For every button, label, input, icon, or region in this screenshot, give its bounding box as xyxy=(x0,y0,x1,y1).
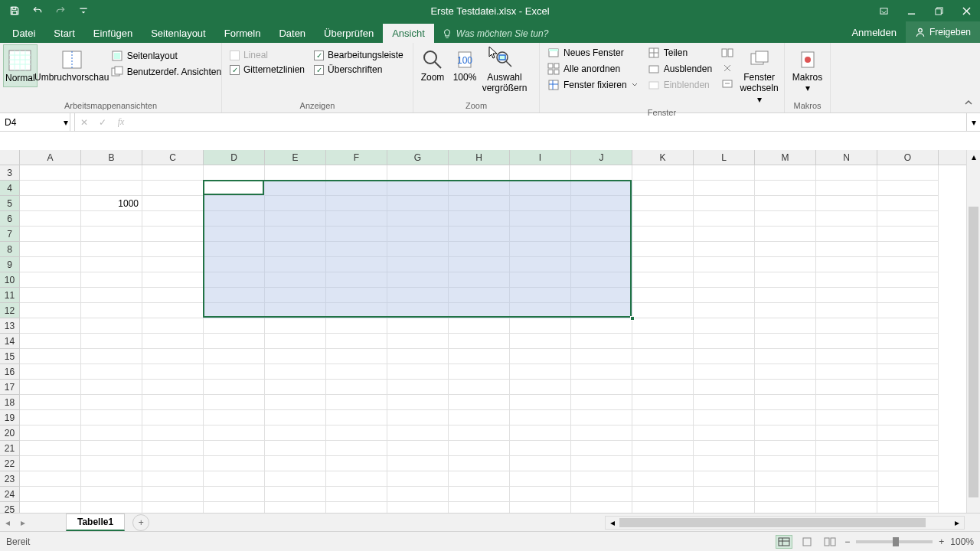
cell[interactable] xyxy=(326,165,387,181)
cell[interactable] xyxy=(694,487,755,502)
cell[interactable] xyxy=(387,181,449,196)
cell[interactable] xyxy=(20,242,81,257)
row-header[interactable]: 16 xyxy=(0,364,19,380)
cell[interactable] xyxy=(632,303,694,318)
cell[interactable] xyxy=(142,456,204,471)
cell[interactable] xyxy=(387,349,449,364)
cell[interactable] xyxy=(142,257,204,272)
teilen-button[interactable]: Teilen xyxy=(646,46,714,60)
row-header[interactable]: 20 xyxy=(0,425,19,441)
name-box-input[interactable] xyxy=(5,117,51,128)
cell[interactable] xyxy=(755,242,816,257)
row-header[interactable]: 23 xyxy=(0,471,19,487)
cell[interactable] xyxy=(816,196,877,211)
cell[interactable] xyxy=(755,165,816,181)
close-icon[interactable] xyxy=(952,0,980,21)
cell[interactable] xyxy=(204,456,265,471)
sheet-nav-prev-icon[interactable]: ◂ xyxy=(0,517,15,528)
cell[interactable] xyxy=(571,181,632,196)
cell[interactable] xyxy=(326,425,387,441)
scroll-right-icon[interactable]: ▸ xyxy=(950,517,964,528)
cell[interactable] xyxy=(694,288,755,303)
cell[interactable] xyxy=(81,272,142,288)
cell[interactable] xyxy=(449,227,510,242)
cell[interactable] xyxy=(694,471,755,487)
cell[interactable] xyxy=(142,410,204,425)
cell[interactable] xyxy=(326,211,387,227)
cell[interactable] xyxy=(510,303,571,318)
cell[interactable] xyxy=(326,471,387,487)
cell[interactable] xyxy=(694,318,755,334)
cell[interactable] xyxy=(20,425,81,441)
cell[interactable] xyxy=(265,242,326,257)
cell[interactable] xyxy=(326,272,387,288)
cell[interactable] xyxy=(142,471,204,487)
tell-me-box[interactable]: Was möchten Sie tun? xyxy=(434,24,557,43)
cell[interactable] xyxy=(755,349,816,364)
cell[interactable] xyxy=(816,334,877,349)
col-header[interactable]: G xyxy=(387,150,449,165)
cell[interactable] xyxy=(877,257,939,272)
cell[interactable] xyxy=(81,242,142,257)
cell[interactable] xyxy=(449,211,510,227)
cell[interactable] xyxy=(142,380,204,395)
auswahl-vergroessern-button[interactable]: Auswahl vergrößern xyxy=(481,44,528,97)
cell[interactable] xyxy=(142,425,204,441)
cell[interactable] xyxy=(387,288,449,303)
cell[interactable] xyxy=(265,227,326,242)
ausblenden-button[interactable]: Ausblenden xyxy=(646,62,714,76)
cell[interactable] xyxy=(20,257,81,272)
cell[interactable] xyxy=(81,364,142,380)
cell[interactable] xyxy=(204,334,265,349)
cell[interactable] xyxy=(20,364,81,380)
cell[interactable] xyxy=(265,364,326,380)
col-header[interactable]: B xyxy=(81,150,142,165)
cell[interactable] xyxy=(877,425,939,441)
cell[interactable] xyxy=(387,272,449,288)
cell[interactable] xyxy=(877,272,939,288)
cell[interactable] xyxy=(816,318,877,334)
cell[interactable] xyxy=(877,318,939,334)
cell[interactable]: 1000 xyxy=(81,196,142,211)
cell[interactable] xyxy=(204,395,265,410)
row-header[interactable]: 5 xyxy=(0,196,19,211)
sheet-tab[interactable]: Tabelle1 xyxy=(66,514,125,531)
cell[interactable] xyxy=(20,380,81,395)
undo-icon[interactable] xyxy=(29,2,46,19)
cell[interactable] xyxy=(632,196,694,211)
cell[interactable] xyxy=(694,425,755,441)
row-header[interactable]: 15 xyxy=(0,349,19,364)
cell[interactable] xyxy=(816,165,877,181)
cell[interactable] xyxy=(204,303,265,318)
sheet-nav-next-icon[interactable]: ▸ xyxy=(15,517,31,528)
cell[interactable] xyxy=(632,318,694,334)
cell[interactable] xyxy=(632,456,694,471)
cell[interactable] xyxy=(326,349,387,364)
cell[interactable] xyxy=(632,288,694,303)
cell[interactable] xyxy=(816,227,877,242)
cell[interactable] xyxy=(142,441,204,456)
cell[interactable] xyxy=(632,242,694,257)
cell[interactable] xyxy=(81,487,142,502)
restore-icon[interactable] xyxy=(925,0,952,21)
cell[interactable] xyxy=(142,334,204,349)
cell[interactable] xyxy=(265,334,326,349)
col-header[interactable]: M xyxy=(755,150,816,165)
zoom-level[interactable]: 100% xyxy=(950,536,974,547)
cell[interactable] xyxy=(877,471,939,487)
cell[interactable] xyxy=(265,165,326,181)
cell[interactable] xyxy=(326,227,387,242)
cell[interactable] xyxy=(326,441,387,456)
cell[interactable] xyxy=(142,349,204,364)
col-header[interactable]: I xyxy=(510,150,571,165)
insert-function-icon[interactable]: fx xyxy=(112,113,130,131)
col-header[interactable]: E xyxy=(265,150,326,165)
cell[interactable] xyxy=(694,303,755,318)
cell[interactable] xyxy=(449,349,510,364)
tab-formeln[interactable]: Formeln xyxy=(215,24,270,43)
cell[interactable] xyxy=(81,471,142,487)
cell[interactable] xyxy=(571,257,632,272)
cell[interactable] xyxy=(877,242,939,257)
makros-button[interactable]: Makros ▾ xyxy=(788,44,827,97)
cell[interactable] xyxy=(571,334,632,349)
